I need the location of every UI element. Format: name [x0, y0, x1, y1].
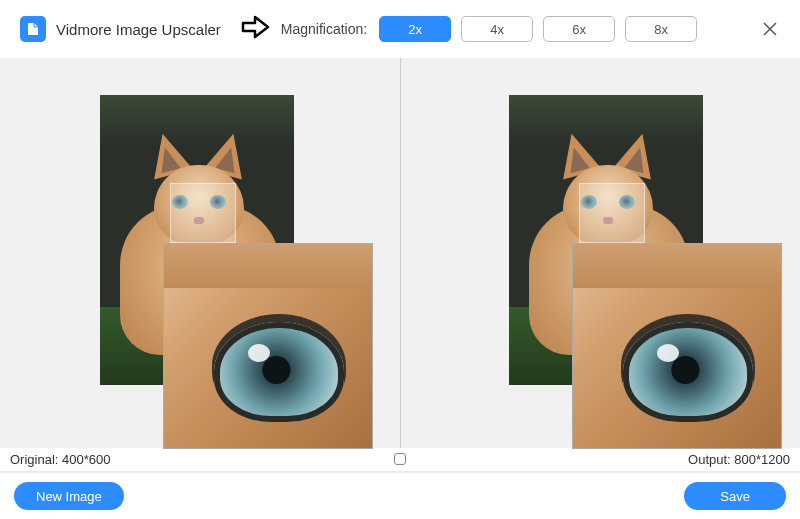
- magnification-label: Magnification:: [281, 21, 367, 37]
- output-pane: [401, 58, 801, 448]
- mag-option-6x[interactable]: 6x: [543, 16, 615, 42]
- output-size-label: Output: 800*1200: [688, 452, 790, 467]
- preview-area: [0, 58, 800, 448]
- logo-icon: [20, 16, 46, 42]
- compare-slider-handle[interactable]: [394, 453, 406, 465]
- header-bar: Vidmore Image Upscaler Magnification: 2x…: [0, 0, 800, 58]
- close-icon[interactable]: [756, 15, 784, 43]
- save-button[interactable]: Save: [684, 482, 786, 510]
- zoom-selection-box[interactable]: [170, 183, 236, 243]
- mag-option-8x[interactable]: 8x: [625, 16, 697, 42]
- output-prefix: Output:: [688, 452, 731, 467]
- original-pane: [0, 58, 400, 448]
- original-size-value: 400*600: [62, 452, 110, 467]
- output-zoom-inset: [573, 244, 781, 448]
- original-zoom-inset: [164, 244, 372, 448]
- output-size-value: 800*1200: [734, 452, 790, 467]
- mag-option-2x[interactable]: 2x: [379, 16, 451, 42]
- arrow-right-icon: [241, 14, 271, 44]
- magnification-group: 2x 4x 6x 8x: [379, 16, 697, 42]
- original-size-label: Original: 400*600: [10, 452, 111, 467]
- original-prefix: Original:: [10, 452, 58, 467]
- new-image-button[interactable]: New Image: [14, 482, 124, 510]
- app-title: Vidmore Image Upscaler: [56, 21, 221, 38]
- footer-bar: New Image Save: [0, 473, 800, 519]
- zoom-selection-box[interactable]: [579, 183, 645, 243]
- mag-option-4x[interactable]: 4x: [461, 16, 533, 42]
